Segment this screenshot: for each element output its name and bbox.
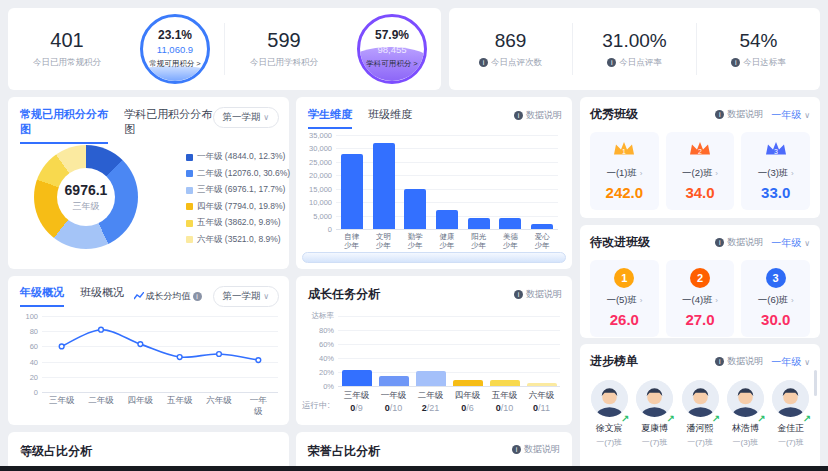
gridline — [338, 358, 560, 359]
y-axis-tick: 80 — [30, 327, 42, 336]
improve-class-item[interactable]: 1一(5)班 ›26.0 — [590, 260, 659, 337]
tab-grade-overview[interactable]: 年级概况 — [20, 285, 64, 307]
info-icon[interactable]: i — [479, 58, 488, 67]
data-note-link[interactable]: i数据说明 — [514, 288, 562, 301]
excellent-class-item[interactable]: 1一(1)班 ›242.0 — [590, 132, 659, 210]
data-note-link[interactable]: i数据说明 — [514, 109, 562, 122]
grade-dropdown[interactable]: 一年级 ∨ — [771, 355, 810, 369]
class-name-link[interactable]: 一(1)班 › — [592, 167, 657, 180]
review-count-stat: 869 i今日点评次数 — [449, 30, 572, 69]
regular-available-link[interactable]: 常规可用积分 > — [143, 59, 207, 69]
student-item[interactable]: ↗金佳正一(7)班 — [772, 380, 810, 448]
gridline — [336, 175, 558, 176]
data-note-link[interactable]: i数据说明 — [715, 355, 763, 368]
semester-dropdown[interactable]: 第一学期 ∨ — [213, 107, 280, 128]
class-name-link[interactable]: 一(2)班 › — [668, 167, 733, 180]
class-name-link[interactable]: 一(3)班 › — [743, 167, 808, 180]
running-ratio: 0/9 — [350, 403, 363, 413]
class-name-link[interactable]: 一(6)班 › — [743, 294, 808, 307]
line-chart-icon — [134, 292, 144, 300]
tab-regular-points[interactable]: 常规已用积分分布图 — [20, 107, 108, 144]
progress-up-icon: ↗ — [803, 413, 811, 424]
standard-rate-stat: 54% i今日达标率 — [697, 30, 820, 69]
x-axis-label: 五年级 — [492, 390, 518, 402]
improve-class-item[interactable]: 2一(4)班 ›27.0 — [666, 260, 735, 337]
points-distribution-card: 常规已用积分分布图 学科已用积分分布图 第一学期 ∨ 6976.1 三年级 一年… — [8, 97, 289, 269]
legend-item[interactable]: 六年级 (3521.0, 8.9%) — [186, 234, 290, 246]
tasks-bar-chart: 0%20%40%60%80%达标率三年级0/9一年级0/10二年级2/21四年级… — [338, 316, 560, 386]
chevron-down-icon: ∨ — [263, 292, 269, 301]
class-name-link[interactable]: 一(5)班 › — [592, 294, 657, 307]
class-name-link[interactable]: 一(4)班 › — [668, 294, 733, 307]
dimension-tabs: 学生维度 班级维度 — [308, 107, 412, 129]
student-item[interactable]: ↗潘河熙一(7)班 — [681, 380, 719, 448]
student-class: 一(3)班 — [726, 437, 764, 448]
y-axis-tick: 15,000 — [309, 184, 336, 193]
card-title: 待改进班级 — [590, 234, 650, 251]
info-icon[interactable]: i — [731, 58, 740, 67]
chevron-right-icon: › — [791, 169, 794, 178]
grade-dropdown[interactable]: 一年级 ∨ — [771, 108, 810, 122]
growth-tasks-card: 成长任务分析 i数据说明 0%20%40%60%80%达标率三年级0/9一年级0… — [296, 276, 572, 425]
x-axis-label: 四年级 — [128, 395, 154, 406]
improve-classes-list: 1一(5)班 ›26.02一(4)班 ›27.03一(6)班 ›30.0 — [590, 260, 810, 337]
y-axis-tick: 40 — [30, 357, 42, 366]
x-axis-label: 六年级 — [529, 390, 555, 402]
student-item[interactable]: ↗徐文宸一(7)班 — [590, 380, 628, 448]
window-bottom-edge — [0, 466, 828, 471]
data-note-link[interactable]: i数据说明 — [512, 443, 560, 460]
crown-icon: 1 — [592, 140, 657, 161]
legend-item[interactable]: 五年级 (3862.0, 9.8%) — [186, 217, 290, 229]
excellent-class-item[interactable]: 3一(3)班 ›33.0 — [741, 132, 810, 210]
tab-class-dimension[interactable]: 班级维度 — [368, 107, 412, 129]
donut-legend: 一年级 (4844.0, 12.3%)二年级 (12076.0, 30.6%)三… — [186, 151, 290, 250]
x-axis-label: 三年级 — [49, 395, 75, 406]
data-note-link[interactable]: i数据说明 — [715, 108, 763, 121]
gridline — [338, 316, 560, 317]
semester-dropdown[interactable]: 第一学期 ∨ — [213, 286, 280, 307]
legend-item[interactable]: 二年级 (12076.0, 30.6%) — [186, 168, 290, 180]
grade-dropdown[interactable]: 一年级 ∨ — [771, 236, 810, 250]
avatar — [682, 380, 719, 417]
subject-available-gauge[interactable]: 57.9% 98,455 学科可用积分 > — [357, 14, 427, 84]
progress-up-icon: ↗ — [757, 413, 765, 424]
x-axis-label: 二年级 — [418, 390, 444, 402]
legend-item[interactable]: 三年级 (6976.1, 17.7%) — [186, 184, 290, 196]
y-axis-tick: 20,000 — [309, 171, 336, 180]
rank-badge: 3 — [743, 268, 808, 288]
legend-item[interactable]: 一年级 (4844.0, 12.3%) — [186, 151, 290, 163]
legend-item[interactable]: 四年级 (7794.0, 19.8%) — [186, 201, 290, 213]
x-axis-label: 文明少年 — [376, 232, 391, 251]
legend-label: 六年级 (3521.0, 8.9%) — [197, 234, 281, 246]
donut-center-label: 三年级 — [73, 200, 100, 213]
improve-class-item[interactable]: 3一(6)班 ›30.0 — [741, 260, 810, 337]
gridline — [336, 148, 558, 149]
regular-available-gauge[interactable]: 23.1% 11,060.9 常规可用积分 > — [140, 14, 210, 84]
tab-subject-points[interactable]: 学科已用积分分布图 — [124, 107, 212, 144]
x-axis-label: 美德少年 — [503, 232, 518, 251]
y-axis-tick: 10,000 — [309, 198, 336, 207]
student-item[interactable]: ↗林浩博一(3)班 — [726, 380, 764, 448]
rank-badge: 2 — [668, 268, 733, 288]
excellent-class-item[interactable]: 2一(2)班 ›34.0 — [666, 132, 735, 210]
tab-class-overview[interactable]: 班级概况 — [80, 285, 124, 307]
student-item[interactable]: ↗夏康博一(7)班 — [635, 380, 673, 448]
subject-points-stat: 599 今日已用学科积分 — [225, 29, 343, 69]
standard-rate-label: i今日达标率 — [697, 57, 820, 69]
distribution-tabs: 常规已用积分分布图 学科已用积分分布图 — [20, 107, 213, 144]
y-axis-tick: 5,000 — [313, 211, 336, 220]
student-bar-chart: 05,00010,00015,00020,00025,00030,00035,0… — [336, 135, 558, 229]
tab-student-dimension[interactable]: 学生维度 — [308, 107, 352, 129]
data-note-link[interactable]: i数据说明 — [715, 236, 763, 249]
info-icon[interactable]: i — [193, 292, 202, 301]
subject-available-link[interactable]: 学科可用积分 > — [360, 59, 424, 69]
horizontal-scrollbar[interactable] — [302, 252, 566, 263]
card-title: 荣誉占比分析 — [308, 443, 380, 460]
vertical-scrollbar[interactable] — [814, 370, 817, 396]
overview-tabs: 年级概况 班级概况 — [20, 285, 124, 307]
gridline — [338, 330, 560, 331]
x-axis-label: 一年级 — [381, 390, 407, 402]
info-icon[interactable]: i — [607, 58, 616, 67]
y-axis-tick: 0 — [328, 225, 336, 234]
chevron-right-icon: › — [640, 169, 643, 178]
